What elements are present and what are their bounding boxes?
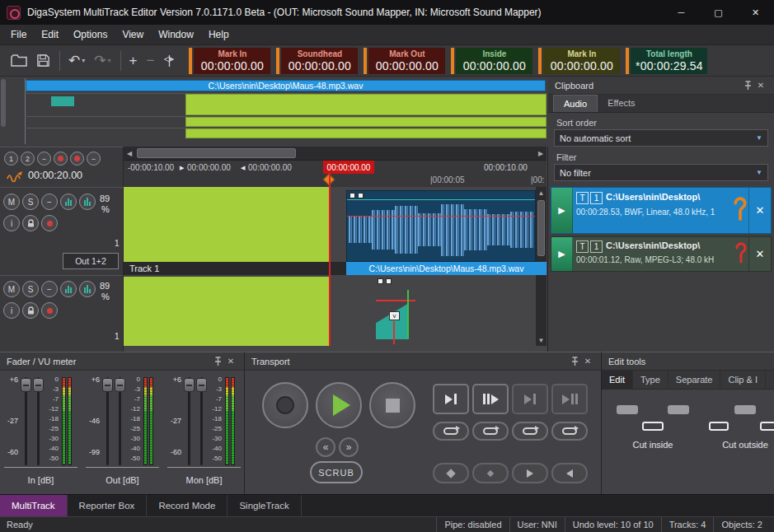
rewind-button[interactable]: «: [316, 437, 335, 457]
tab-singletrack[interactable]: SingleTrack: [228, 495, 301, 516]
fader-handle[interactable]: [102, 378, 113, 392]
track-1-waveform-clip[interactable]: [346, 190, 536, 262]
clip-handle[interactable]: [358, 193, 364, 198]
mark-out-flag-icon[interactable]: ◀: [241, 165, 245, 171]
overview-selected-clip[interactable]: C:\Users\nin\Desktop\Maus-48.mp3.wav: [26, 80, 546, 91]
track-2-lock-button[interactable]: [22, 302, 39, 319]
track-1-meter2-button[interactable]: [79, 194, 96, 210]
tracks-scroll-thumb[interactable]: [537, 200, 545, 256]
track-1-meter-button[interactable]: [60, 194, 77, 210]
mini-marker-box[interactable]: v: [389, 311, 400, 320]
record-enable-button[interactable]: [54, 152, 68, 166]
loop-button[interactable]: [551, 422, 588, 441]
remove-clip-button[interactable]: ✕: [748, 237, 771, 271]
filter-dropdown[interactable]: No filter ▼: [554, 164, 768, 181]
fader-slider[interactable]: [114, 376, 126, 467]
forward-button[interactable]: »: [339, 437, 359, 457]
play-button[interactable]: [316, 382, 362, 428]
track-2-meter2-button[interactable]: [79, 281, 96, 297]
menu-view[interactable]: View: [115, 25, 151, 45]
soundhead-position-display[interactable]: 00:00:00.00: [323, 161, 374, 175]
redo-button[interactable]: ↷ ▾: [91, 49, 113, 72]
scroll-up-button[interactable]: ▲: [536, 187, 546, 198]
menu-edit[interactable]: Edit: [34, 25, 66, 45]
scroll-left-button[interactable]: ◀: [124, 147, 135, 160]
track-1-info-button[interactable]: i: [3, 215, 20, 231]
add-marker-transport-button[interactable]: [433, 463, 469, 483]
close-button[interactable]: ✕: [737, 0, 774, 25]
menu-window[interactable]: Window: [151, 25, 201, 45]
maximize-button[interactable]: ▢: [700, 0, 737, 25]
close-panel-button[interactable]: ✕: [224, 355, 237, 368]
track-1-output-button[interactable]: Out 1+2: [63, 253, 119, 269]
clip-gain-line[interactable]: [347, 216, 535, 217]
track-2-info-button[interactable]: i: [3, 302, 20, 319]
cut-inside-button[interactable]: Cut inside: [610, 400, 696, 450]
overview-scrollbar[interactable]: [1, 79, 6, 127]
clipboard-item[interactable]: ▶ T 1 C:\Users\nin\Desktop\ 00:00:01.12,…: [551, 236, 772, 272]
tab-clip[interactable]: Clip & I: [720, 371, 765, 389]
timeline-scroll-thumb[interactable]: [137, 148, 296, 158]
fader-handle[interactable]: [196, 378, 207, 392]
track-2-audio-clip[interactable]: [124, 277, 330, 346]
marker-button[interactable]: [161, 49, 178, 72]
fader-slider[interactable]: [20, 376, 32, 467]
fader-slider[interactable]: [32, 376, 45, 467]
tab-reporter-box[interactable]: Reporter Box: [68, 495, 148, 516]
cut-outside-button[interactable]: Cut outside: [702, 400, 774, 450]
select-track-1-button[interactable]: 1: [4, 152, 18, 166]
clip-handle[interactable]: [349, 193, 355, 198]
track-1-name-bar[interactable]: Track 1: [124, 262, 346, 275]
clip-fade-line[interactable]: [347, 199, 535, 200]
overview-clip-teal[interactable]: [51, 96, 74, 106]
menu-help[interactable]: Help: [201, 25, 237, 45]
remove-button[interactable]: −: [143, 49, 157, 72]
track-2-mini-object[interactable]: v: [376, 278, 415, 344]
pin-button[interactable]: [741, 79, 754, 92]
track-1-clip-name-bar[interactable]: C:\Users\nin\Desktop\Maus-48.mp3.wav: [346, 262, 546, 275]
menu-file[interactable]: File: [3, 25, 34, 45]
goto-marker-button[interactable]: [472, 463, 509, 483]
fader-slider[interactable]: [183, 376, 195, 467]
tab-multitrack[interactable]: MultiTrack: [0, 495, 68, 516]
play-selection-button[interactable]: [472, 384, 509, 414]
add-button[interactable]: +: [127, 49, 140, 72]
track-2-mute-button[interactable]: M: [3, 281, 20, 297]
overview-clip-green[interactable]: [185, 117, 546, 127]
fader-handle[interactable]: [33, 378, 44, 392]
play-clip-button[interactable]: ▶: [551, 188, 573, 233]
fader-handle[interactable]: [115, 378, 125, 392]
tab-record-mode[interactable]: Record Mode: [147, 495, 228, 516]
tab-type[interactable]: Type: [633, 371, 668, 389]
track-1-audio-clip[interactable]: [124, 187, 330, 262]
track-1-record-button[interactable]: [41, 215, 58, 231]
pause-mode-button[interactable]: −: [87, 152, 101, 166]
select-track-2-button[interactable]: 2: [21, 152, 35, 166]
sort-order-dropdown[interactable]: No automatic sort ▼: [554, 129, 768, 147]
next-marker-button[interactable]: [512, 463, 548, 483]
fader-handle[interactable]: [184, 378, 195, 392]
remove-clip-button[interactable]: ✕: [748, 188, 771, 233]
track-2-meter-button[interactable]: [60, 281, 77, 297]
tab-edit[interactable]: Edit: [602, 371, 633, 389]
loop-button[interactable]: [512, 422, 548, 441]
track-2-solo-button[interactable]: S: [22, 281, 39, 297]
fader-handle[interactable]: [21, 378, 31, 392]
track-1-solo-button[interactable]: S: [22, 194, 39, 210]
open-button[interactable]: [8, 49, 30, 72]
prev-marker-button[interactable]: [551, 463, 588, 483]
tab-effects[interactable]: Effects: [598, 95, 645, 112]
time-ruler[interactable]: -00:00:10.00 ▶ 00:00:00.00 ◀ 00:00:00.00…: [124, 160, 546, 174]
overview-clip-green[interactable]: [185, 94, 546, 115]
clipboard-item[interactable]: ▶ T 1 C:\Users\nin\Desktop\ 00:00:28.53,…: [551, 187, 772, 234]
track-2-minimize-button[interactable]: −: [41, 281, 58, 297]
close-panel-button[interactable]: ✕: [754, 79, 767, 92]
pin-button[interactable]: [211, 355, 224, 368]
menu-options[interactable]: Options: [66, 25, 115, 45]
minimize-button[interactable]: ─: [663, 0, 700, 25]
scroll-down-button[interactable]: ▼: [536, 334, 546, 346]
overview-clip-green[interactable]: [185, 128, 546, 138]
clip-handle[interactable]: [386, 278, 392, 284]
pin-button[interactable]: [568, 355, 581, 368]
loop-button[interactable]: [433, 422, 469, 441]
